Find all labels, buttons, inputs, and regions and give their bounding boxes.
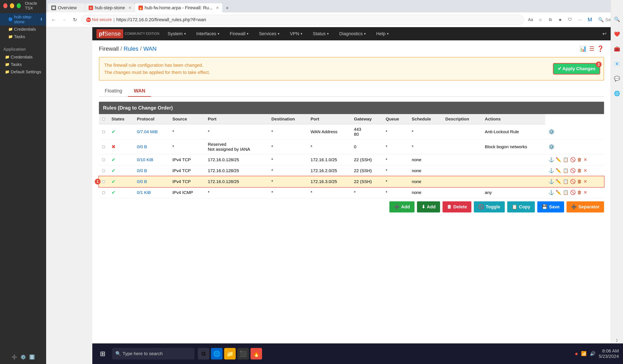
- delete-action-icon[interactable]: 🗑: [577, 168, 582, 173]
- tab-add-btn[interactable]: +: [223, 3, 232, 12]
- copy-action-icon[interactable]: 📋: [563, 157, 568, 162]
- more-btn[interactable]: ⋯: [576, 16, 584, 24]
- forward-btn[interactable]: →: [60, 16, 68, 24]
- favorites-btn[interactable]: ★: [556, 16, 564, 24]
- row-checkbox[interactable]: [102, 159, 105, 161]
- states-link[interactable]: 0/0 B: [137, 168, 147, 173]
- tab-hub-close-icon[interactable]: ✕: [128, 5, 132, 10]
- nav-vpn[interactable]: VPN ▼: [288, 30, 305, 37]
- taskbar-app-taskview[interactable]: ⧉: [198, 348, 209, 360]
- anchor-action-icon[interactable]: ⚓: [548, 168, 554, 173]
- disable-action-icon[interactable]: 🚫: [570, 157, 576, 162]
- copy-action-icon[interactable]: 📋: [563, 179, 568, 184]
- nav-status[interactable]: Status ▼: [311, 30, 331, 37]
- edit-action-icon[interactable]: ✏️: [556, 179, 561, 184]
- back-btn[interactable]: ←: [49, 16, 58, 24]
- breadcrumb-rules[interactable]: Rules: [124, 45, 138, 52]
- row-checkbox[interactable]: [102, 130, 105, 133]
- nav-interfaces[interactable]: Interfaces ▼: [195, 30, 222, 37]
- row-checkbox[interactable]: [102, 146, 105, 148]
- tab-wan[interactable]: WAN: [128, 86, 151, 97]
- disable-action-icon[interactable]: 🚫: [570, 179, 576, 184]
- anchor-action-icon[interactable]: ⚓: [548, 157, 554, 162]
- breadcrumb-wan[interactable]: WAN: [143, 45, 156, 52]
- sr-briefcase-icon[interactable]: 🧰: [612, 44, 622, 54]
- nav-services[interactable]: Services ▼: [257, 30, 282, 37]
- mac-maximize-btn[interactable]: [17, 3, 21, 8]
- separator-btn[interactable]: ➕ Separator: [567, 201, 604, 213]
- edit-action-icon[interactable]: ✏️: [556, 190, 561, 195]
- tab-floating[interactable]: Floating: [99, 86, 128, 97]
- states-link[interactable]: 0/10 KiB: [137, 157, 153, 162]
- taskbar-app-explorer[interactable]: 📁: [224, 348, 236, 360]
- help-icon[interactable]: ❓: [597, 45, 604, 52]
- close-action-icon[interactable]: ✕: [583, 190, 587, 195]
- states-link[interactable]: 0/0 B: [137, 144, 147, 149]
- gear-action-icon[interactable]: ⚙️: [548, 129, 555, 135]
- sidebar-item-tasks[interactable]: 📁 Tasks: [0, 33, 46, 40]
- close-action-icon[interactable]: ✕: [583, 168, 587, 173]
- copy-btn[interactable]: 📋 Copy: [507, 201, 535, 213]
- apply-changes-btn[interactable]: ✔ Apply Changes 2: [554, 64, 600, 74]
- close-action-icon[interactable]: ✕: [583, 157, 587, 162]
- tab-pfsense-close-icon[interactable]: ✕: [216, 5, 219, 10]
- row-checkbox[interactable]: [102, 180, 105, 183]
- row-checkbox[interactable]: [102, 191, 105, 194]
- url-bar[interactable]: ⛔ Not secure | https://172.16.0.20/firew…: [82, 15, 524, 25]
- taskbar-app-browser2[interactable]: 🔥: [250, 348, 262, 360]
- disable-action-icon[interactable]: 🚫: [570, 168, 576, 173]
- states-link[interactable]: 0/0 B: [137, 179, 147, 184]
- sr-edge-icon[interactable]: 🌐: [612, 88, 622, 98]
- disable-action-icon[interactable]: 🚫: [570, 190, 576, 195]
- anchor-action-icon[interactable]: ⚓: [548, 190, 554, 195]
- mac-minimize-btn[interactable]: [10, 3, 14, 8]
- close-action-icon[interactable]: ✕: [583, 179, 587, 184]
- list-icon[interactable]: ☰: [589, 45, 594, 52]
- sidebar-item-app-credentials[interactable]: 📁 Credentials: [0, 53, 46, 61]
- copy-action-icon[interactable]: 📋: [563, 168, 568, 173]
- sidebar-bottom-info[interactable]: ℹ️: [29, 355, 35, 360]
- save-btn[interactable]: 💾 Save: [537, 201, 564, 213]
- states-link[interactable]: 0/7.04 MiB: [137, 129, 158, 134]
- nav-logout-btn[interactable]: ↩: [602, 31, 606, 37]
- anchor-action-icon[interactable]: ⚓: [548, 179, 554, 184]
- nav-firewall[interactable]: Firewall ▼: [228, 30, 251, 37]
- add-btn-2[interactable]: ⬇ Add: [417, 201, 440, 213]
- ms-icon[interactable]: M: [586, 16, 594, 24]
- tab-pfsense[interactable]: 🔥 hub-fw.home.arpa - Firewall: Ru... ✕: [135, 3, 222, 12]
- refresh-btn[interactable]: ↻: [71, 16, 79, 24]
- row-checkbox[interactable]: [102, 170, 105, 172]
- tab-hub-step-stone[interactable]: ● hub-step-stone ✕: [85, 3, 135, 12]
- delete-action-icon[interactable]: 🗑: [577, 179, 582, 184]
- sidebar-item-credentials[interactable]: 📁 Credentials: [0, 25, 46, 33]
- sidebar-bottom-settings[interactable]: ⚙️: [20, 355, 26, 360]
- nav-diagnostics[interactable]: Diagnostics ▼: [337, 30, 368, 37]
- select-all-checkbox[interactable]: [102, 118, 105, 120]
- read-mode-btn[interactable]: Aa: [526, 16, 534, 24]
- sr-outlook-icon[interactable]: 📧: [612, 59, 622, 69]
- tab-overview[interactable]: 🔲 Overview: [48, 3, 85, 12]
- states-link[interactable]: 0/1 KiB: [137, 190, 151, 195]
- split-btn[interactable]: ⧉: [546, 16, 554, 24]
- edit-action-icon[interactable]: ✏️: [556, 168, 561, 173]
- sidebar-bottom-plus[interactable]: ➕: [12, 355, 17, 360]
- toggle-btn[interactable]: 🚫 Toggle: [474, 201, 505, 213]
- delete-action-icon[interactable]: 🗑: [577, 157, 582, 162]
- taskbar-app-terminal[interactable]: ⬛: [237, 348, 249, 360]
- edit-action-icon[interactable]: ✏️: [556, 157, 561, 162]
- bookmark-btn[interactable]: ☆: [536, 16, 544, 24]
- delete-action-icon[interactable]: 🗑: [577, 190, 582, 195]
- add-btn-1[interactable]: ➕ Add: [389, 201, 415, 213]
- chart-icon[interactable]: 📊: [579, 45, 587, 52]
- taskbar-search[interactable]: 🔍 Type here to search: [112, 348, 195, 360]
- gear-action-icon[interactable]: ⚙️: [548, 144, 555, 150]
- sr-search-icon[interactable]: 🔍: [612, 14, 622, 24]
- taskbar-app-edge[interactable]: 🌐: [211, 348, 222, 360]
- nav-help[interactable]: Help ▼: [375, 30, 391, 37]
- taskbar-start-btn[interactable]: ⊞: [96, 347, 109, 360]
- delete-btn[interactable]: 🗑 Delete: [443, 201, 471, 213]
- sr-teams-icon[interactable]: 💬: [612, 74, 622, 84]
- copy-action-icon[interactable]: 📋: [563, 190, 568, 195]
- sidebar-item-hub-step-stone[interactable]: 🔵 hub-step-stone ⬆: [0, 13, 46, 25]
- sr-heart-icon[interactable]: ❤️: [612, 29, 622, 39]
